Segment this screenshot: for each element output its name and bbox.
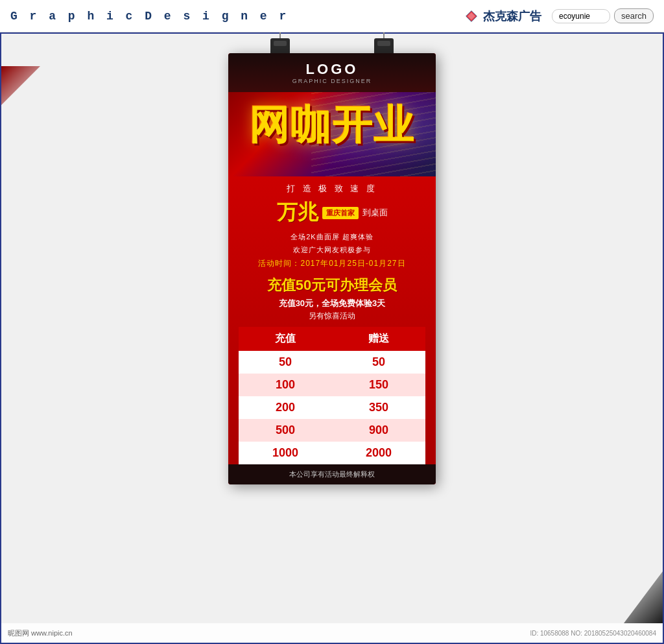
table-cell-charge: 1000	[239, 442, 332, 464]
table-cell-charge: 500	[239, 419, 332, 442]
diamond-icon	[465, 10, 478, 23]
table-header-charge: 充值	[239, 327, 332, 351]
bottom-watermark: 昵图网 www.nipic.cn ID: 10658088 NO: 201805…	[1, 623, 663, 643]
table-cell-charge: 200	[239, 396, 332, 419]
table-cell-gift: 350	[332, 396, 425, 419]
site-title: G r a p h i c D e s i g n e r	[10, 10, 465, 23]
table-cell-gift: 900	[332, 419, 425, 442]
chongqing-badge: 重庆首家	[322, 207, 359, 219]
poster-footer: 本公司享有活动最终解释权	[228, 464, 436, 484]
poster: LOGO GRAPHIC DESIGNER 网咖开业 打 造 极 致 速 度 万…	[228, 53, 436, 484]
recharge-sub2: 另有惊喜活动	[239, 311, 425, 322]
recharge-sub1: 充值30元，全场免费体验3天	[239, 298, 425, 309]
poster-body: 打 造 极 致 速 度 万兆 重庆首家 到桌面 全场2K曲面屏 超爽体验 欢迎广…	[228, 176, 436, 464]
poster-main-title: 网咖开业	[228, 105, 436, 145]
wan-zhao-text: 万兆	[277, 198, 318, 227]
activity-time: 活动时间：2017年01月25日-01月27日	[239, 257, 425, 271]
recharge-big-text: 充值50元可办理会员	[239, 276, 425, 295]
header: G r a p h i c D e s i g n e r 杰克森广告 sear…	[0, 0, 664, 32]
table-cell-gift: 50	[332, 351, 425, 374]
table-cell-charge: 100	[239, 374, 332, 396]
poster-footer-text: 本公司享有活动最终解释权	[289, 470, 375, 478]
table-row: 100150	[239, 374, 425, 396]
wan-zhao-row: 万兆 重庆首家 到桌面	[239, 198, 425, 227]
poster-logo: LOGO	[306, 61, 359, 78]
table-row: 10002000	[239, 442, 425, 464]
corner-decoration-tl	[1, 66, 40, 105]
brand-area: 杰克森广告	[465, 8, 541, 24]
screen-info: 全场2K曲面屏 超爽体验	[239, 231, 425, 244]
poster-logo-area: LOGO GRAPHIC DESIGNER	[228, 53, 436, 92]
table-cell-charge: 50	[239, 351, 332, 374]
table-row: 200350	[239, 396, 425, 419]
table-cell-gift: 2000	[332, 442, 425, 464]
poster-logo-subtitle: GRAPHIC DESIGNER	[292, 78, 372, 84]
search-button[interactable]: search	[614, 8, 654, 23]
poster-bg-area: 网咖开业	[228, 92, 436, 176]
table-header-gift: 赠送	[332, 327, 425, 351]
watermark-left: 昵图网 www.nipic.cn	[8, 628, 73, 638]
main-area: LOGO GRAPHIC DESIGNER 网咖开业 打 造 极 致 速 度 万…	[0, 32, 664, 644]
watermark-right: ID: 10658088 NO: 20180525043020460084	[530, 630, 656, 637]
table-cell-gift: 150	[332, 374, 425, 396]
brand-name: 杰克森广告	[483, 8, 541, 24]
dao-zhuo-text: 到桌面	[362, 207, 388, 219]
corner-decoration-br	[624, 571, 663, 623]
poster-slogan: 打 造 极 致 速 度	[239, 183, 425, 195]
table-row: 5050	[239, 351, 425, 374]
welcome-text: 欢迎广大网友积极参与	[239, 244, 425, 257]
promo-table: 充值 赠送 505010015020035050090010002000	[239, 327, 425, 464]
table-row: 500900	[239, 419, 425, 442]
poster-wrapper: LOGO GRAPHIC DESIGNER 网咖开业 打 造 极 致 速 度 万…	[228, 53, 436, 484]
search-area: search	[552, 8, 654, 23]
search-input[interactable]	[552, 9, 610, 23]
